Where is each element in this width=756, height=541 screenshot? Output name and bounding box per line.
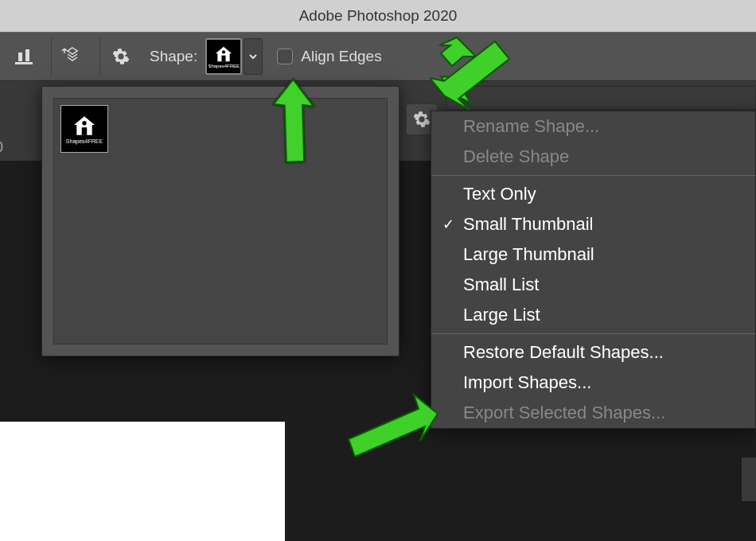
document-canvas[interactable] [0, 422, 285, 541]
options-toolbar: Shape: Shapes4FREE Align Edges [0, 32, 756, 81]
shape-dropdown-button[interactable] [244, 38, 263, 75]
menu-separator [431, 175, 755, 176]
toolbar-separator [51, 37, 52, 76]
svg-rect-2 [25, 49, 29, 61]
shape-label: Shape: [150, 48, 197, 65]
shapes-context-menu: Rename Shape... Delete Shape Text Only ✓… [431, 111, 756, 429]
menu-restore-default-shapes[interactable]: Restore Default Shapes... [431, 337, 755, 368]
menu-delete-shape[interactable]: Delete Shape [431, 142, 755, 172]
svg-rect-5 [82, 127, 87, 135]
menu-large-thumbnail[interactable]: Large Thumbnail [431, 239, 755, 270]
menu-import-shapes[interactable]: Import Shapes... [431, 368, 755, 398]
menu-item-label: Rename Shape... [463, 116, 599, 136]
align-bottom-icon [14, 46, 34, 67]
menu-text-only[interactable]: Text Only [431, 179, 755, 209]
svg-point-4 [222, 50, 225, 53]
align-edges-label: Align Edges [301, 48, 381, 65]
options-gear-button[interactable] [105, 41, 137, 72]
check-icon: ✓ [442, 216, 454, 233]
shape-item-label: Shapes4FREE [66, 138, 103, 144]
svg-point-6 [82, 121, 86, 125]
gear-icon [112, 48, 130, 65]
menu-item-label: Restore Default Shapes... [463, 342, 664, 362]
layers-stack-button[interactable] [57, 41, 88, 72]
panel-strip [446, 86, 756, 110]
shape-thumbnail[interactable]: Shapes4FREE [205, 38, 242, 75]
app-title: Adobe Photoshop 2020 [299, 7, 458, 25]
menu-item-label: Small Thumbnail [463, 214, 593, 234]
shape-thumbnail-label: Shapes4FREE [208, 64, 240, 68]
svg-rect-3 [222, 55, 226, 61]
align-stack-button[interactable] [8, 41, 40, 72]
gear-icon [413, 111, 431, 128]
layers-up-icon [61, 45, 84, 68]
titlebar: Adobe Photoshop 2020 [0, 0, 756, 32]
chevron-down-icon [247, 51, 259, 62]
menu-separator [431, 333, 755, 334]
menu-export-selected-shapes[interactable]: Export Selected Shapes... [431, 398, 755, 428]
menu-item-label: Export Selected Shapes... [463, 403, 665, 422]
menu-item-label: Text Only [463, 184, 536, 204]
menu-large-list[interactable]: Large List [431, 300, 755, 330]
shape-item[interactable]: Shapes4FREE [60, 105, 108, 153]
menu-rename-shape[interactable]: Rename Shape... [431, 111, 755, 142]
shapes-grid[interactable]: Shapes4FREE [53, 98, 388, 344]
menu-item-label: Delete Shape [463, 146, 569, 166]
menu-small-list[interactable]: Small List [431, 270, 755, 300]
menu-item-label: Small List [463, 274, 539, 294]
house-icon [213, 45, 234, 63]
toolbar-separator [99, 37, 100, 76]
align-edges-checkbox[interactable] [277, 49, 293, 64]
house-icon [71, 115, 98, 137]
svg-marker-8 [349, 395, 438, 457]
menu-small-thumbnail[interactable]: ✓Small Thumbnail [431, 209, 755, 239]
shapes-flyout: Shapes4FREE [41, 86, 399, 356]
svg-rect-0 [15, 62, 33, 64]
menu-item-label: Large Thumbnail [463, 244, 594, 264]
menu-item-label: Import Shapes... [463, 372, 591, 392]
scrollbar-stub[interactable] [742, 457, 756, 501]
svg-rect-1 [18, 53, 22, 61]
menu-item-label: Large List [463, 305, 540, 325]
ruler-value: 00 [0, 139, 3, 156]
